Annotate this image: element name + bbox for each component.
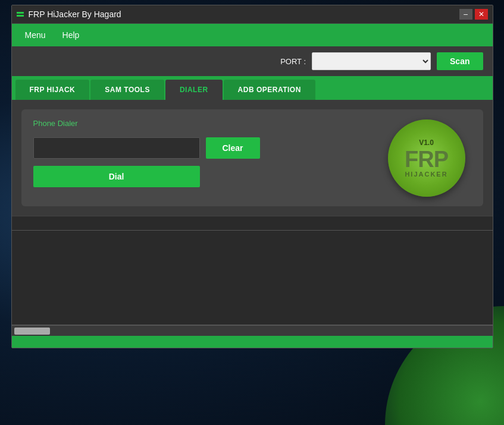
tab-adb-operation[interactable]: ADB OPERATION bbox=[224, 80, 315, 100]
tab-dialer[interactable]: DIALER bbox=[165, 80, 223, 100]
port-label: PORT : bbox=[280, 57, 306, 66]
window-title: FRP HiJacker By Hagard bbox=[29, 10, 121, 19]
scroll-thumb[interactable] bbox=[14, 328, 50, 335]
icon-stripe-1 bbox=[17, 12, 24, 14]
title-bar: FRP HiJacker By Hagard – ✕ bbox=[12, 5, 493, 24]
tabs-bar: FRP HIJACK SAM TOOLS DIALER ADB OPERATIO… bbox=[12, 76, 493, 100]
minimize-button[interactable]: – bbox=[459, 9, 472, 20]
close-button[interactable]: ✕ bbox=[475, 9, 488, 20]
frp-sub-text: HIJACKER bbox=[405, 171, 447, 178]
menu-menu-item[interactable]: Menu bbox=[17, 26, 54, 45]
title-bar-left: FRP HiJacker By Hagard bbox=[17, 10, 121, 19]
menu-help-item[interactable]: Help bbox=[54, 26, 88, 45]
port-bar: PORT : Scan bbox=[12, 46, 493, 76]
dialer-panel: Phone Dialer Clear Dial V1.0 FRP HIJACKE… bbox=[21, 109, 483, 206]
menu-bar: Menu Help bbox=[12, 24, 493, 46]
icon-stripe-2 bbox=[17, 15, 24, 17]
tab-sam-tools[interactable]: SAM TOOLS bbox=[90, 80, 164, 100]
bottom-bar bbox=[12, 336, 493, 348]
scan-button[interactable]: Scan bbox=[437, 52, 483, 70]
port-select[interactable] bbox=[312, 52, 431, 70]
frp-version: V1.0 bbox=[419, 138, 434, 147]
frp-main-text: FRP bbox=[405, 148, 448, 171]
dial-button[interactable]: Dial bbox=[33, 166, 200, 187]
scroll-bar-area bbox=[12, 325, 493, 336]
dialer-input[interactable] bbox=[33, 137, 200, 159]
title-bar-controls: – ✕ bbox=[459, 9, 488, 20]
tab-frp-hijack[interactable]: FRP HIJACK bbox=[15, 80, 90, 100]
frp-logo: V1.0 FRP HIJACKER bbox=[388, 119, 465, 197]
clear-button[interactable]: Clear bbox=[206, 137, 260, 159]
status-bar bbox=[12, 216, 493, 230]
app-window: FRP HiJacker By Hagard – ✕ Menu Help POR… bbox=[11, 5, 493, 348]
app-icon bbox=[17, 12, 24, 17]
content-area: Phone Dialer Clear Dial V1.0 FRP HIJACKE… bbox=[12, 100, 493, 216]
log-area[interactable] bbox=[12, 230, 493, 325]
